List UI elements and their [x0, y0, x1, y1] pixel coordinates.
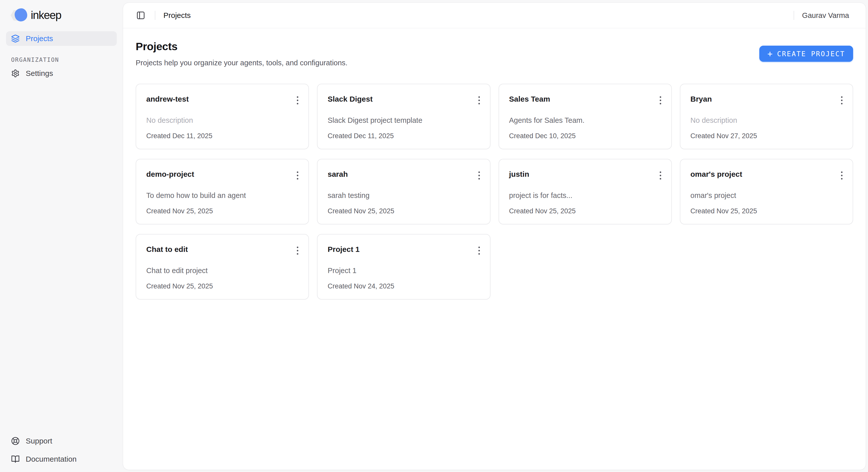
- brand-logo[interactable]: inkeep: [6, 7, 117, 23]
- kebab-dot-icon: [297, 100, 298, 101]
- project-card[interactable]: Project 1 Project 1 Created Nov 24, 2025: [317, 234, 490, 300]
- kebab-menu-button[interactable]: [477, 95, 482, 106]
- sidebar-nav: Projects ORGANIZATION Settings: [6, 31, 117, 81]
- project-description: omar's project: [690, 191, 844, 200]
- create-project-button[interactable]: + CREATE PROJECT: [759, 45, 853, 62]
- kebab-dot-icon: [478, 247, 480, 248]
- project-created-date: Created Dec 11, 2025: [328, 132, 481, 140]
- kebab-dot-icon: [297, 96, 298, 98]
- sidebar-item-support[interactable]: Support: [6, 434, 117, 448]
- project-created-date: Created Dec 10, 2025: [509, 132, 663, 140]
- project-card[interactable]: omar's project omar's project Created No…: [680, 159, 853, 224]
- create-project-label: CREATE PROJECT: [777, 50, 845, 58]
- kebab-dot-icon: [478, 96, 480, 98]
- sidebar: inkeep Projects ORGANIZATION Settings: [0, 0, 123, 472]
- sidebar-item-label: Support: [26, 437, 52, 445]
- project-description: Agents for Sales Team.: [509, 116, 663, 125]
- header-divider: [155, 11, 155, 20]
- project-card[interactable]: sarah sarah testing Created Nov 25, 2025: [317, 159, 490, 224]
- kebab-dot-icon: [297, 171, 298, 173]
- kebab-menu-button[interactable]: [295, 95, 300, 106]
- sidebar-item-label: Documentation: [26, 455, 77, 464]
- kebab-menu-button[interactable]: [477, 170, 482, 181]
- project-name: Sales Team: [509, 94, 550, 104]
- kebab-dot-icon: [660, 100, 661, 101]
- project-name: Bryan: [690, 94, 712, 104]
- project-name: Project 1: [328, 245, 360, 254]
- project-card[interactable]: Bryan No description Created Nov 27, 202…: [680, 84, 853, 149]
- project-name: demo-project: [146, 169, 194, 179]
- kebab-menu-button[interactable]: [295, 170, 300, 181]
- project-card-header: sarah: [328, 169, 481, 181]
- kebab-menu-button[interactable]: [839, 95, 844, 106]
- kebab-menu-button[interactable]: [477, 245, 482, 256]
- project-card-header: omar's project: [690, 169, 844, 181]
- project-description: sarah testing: [328, 191, 481, 200]
- sidebar-toggle-button[interactable]: [135, 9, 147, 22]
- sidebar-section-organization: ORGANIZATION: [6, 57, 117, 63]
- page-content: Projects Projects help you organize your…: [123, 28, 866, 470]
- project-name: Slack Digest: [328, 94, 372, 104]
- kebab-menu-button[interactable]: [295, 245, 300, 256]
- project-created-date: Created Nov 24, 2025: [328, 282, 481, 290]
- project-card[interactable]: Slack Digest Slack Digest project templa…: [317, 84, 490, 149]
- project-card[interactable]: justin project is for facts... Created N…: [499, 159, 672, 224]
- project-name: andrew-test: [146, 94, 189, 104]
- project-card[interactable]: Chat to edit Chat to edit project Create…: [136, 234, 309, 300]
- kebab-dot-icon: [297, 103, 298, 104]
- project-created-date: Created Nov 25, 2025: [146, 282, 300, 290]
- gear-icon: [11, 69, 20, 78]
- project-description: project is for facts...: [509, 191, 663, 200]
- kebab-dot-icon: [478, 178, 480, 180]
- sidebar-item-projects[interactable]: Projects: [6, 31, 117, 46]
- plus-icon: +: [767, 50, 772, 58]
- kebab-dot-icon: [297, 175, 298, 176]
- kebab-dot-icon: [297, 178, 298, 180]
- sidebar-item-settings[interactable]: Settings: [6, 66, 117, 81]
- kebab-dot-icon: [478, 171, 480, 173]
- kebab-menu-button[interactable]: [658, 170, 663, 181]
- kebab-dot-icon: [660, 178, 661, 180]
- kebab-menu-button[interactable]: [839, 170, 844, 181]
- project-name: omar's project: [690, 169, 742, 179]
- kebab-dot-icon: [478, 100, 480, 101]
- projects-grid: andrew-test No description Created Dec 1…: [136, 84, 853, 300]
- project-created-date: Created Nov 25, 2025: [690, 207, 844, 215]
- project-created-date: Created Dec 11, 2025: [146, 132, 300, 140]
- layers-icon: [11, 34, 20, 43]
- page-subtitle: Projects help you organize your agents, …: [136, 59, 347, 67]
- project-card-header: Slack Digest: [328, 94, 481, 106]
- project-name: justin: [509, 169, 529, 179]
- project-card[interactable]: andrew-test No description Created Dec 1…: [136, 84, 309, 149]
- page-head: Projects Projects help you organize your…: [136, 40, 853, 67]
- project-created-date: Created Nov 25, 2025: [328, 207, 481, 215]
- project-name: Chat to edit: [146, 245, 188, 254]
- project-card[interactable]: Sales Team Agents for Sales Team. Create…: [499, 84, 672, 149]
- project-description: Project 1: [328, 266, 481, 275]
- project-description: To demo how to build an agent: [146, 191, 300, 200]
- brand-name: inkeep: [31, 9, 61, 22]
- project-card-header: andrew-test: [146, 94, 300, 106]
- sidebar-item-documentation[interactable]: Documentation: [6, 452, 117, 467]
- project-card-header: Chat to edit: [146, 245, 300, 256]
- project-card-header: Bryan: [690, 94, 844, 106]
- page-title: Projects: [136, 40, 347, 53]
- kebab-dot-icon: [297, 247, 298, 248]
- kebab-dot-icon: [660, 103, 661, 104]
- kebab-dot-icon: [660, 96, 661, 98]
- project-card-header: justin: [509, 169, 663, 181]
- user-menu[interactable]: Gaurav Varma: [802, 11, 849, 20]
- page-head-text: Projects Projects help you organize your…: [136, 40, 347, 67]
- kebab-dot-icon: [297, 250, 298, 251]
- project-card[interactable]: demo-project To demo how to build an age…: [136, 159, 309, 224]
- kebab-dot-icon: [841, 175, 842, 176]
- sidebar-item-label: Projects: [26, 34, 53, 43]
- kebab-dot-icon: [478, 250, 480, 251]
- breadcrumb: Projects: [163, 11, 191, 20]
- project-description: Slack Digest project template: [328, 116, 481, 125]
- kebab-menu-button[interactable]: [658, 95, 663, 106]
- kebab-dot-icon: [478, 103, 480, 104]
- project-description: No description: [690, 116, 844, 125]
- app-root: inkeep Projects ORGANIZATION Settings: [0, 0, 868, 472]
- kebab-dot-icon: [660, 171, 661, 173]
